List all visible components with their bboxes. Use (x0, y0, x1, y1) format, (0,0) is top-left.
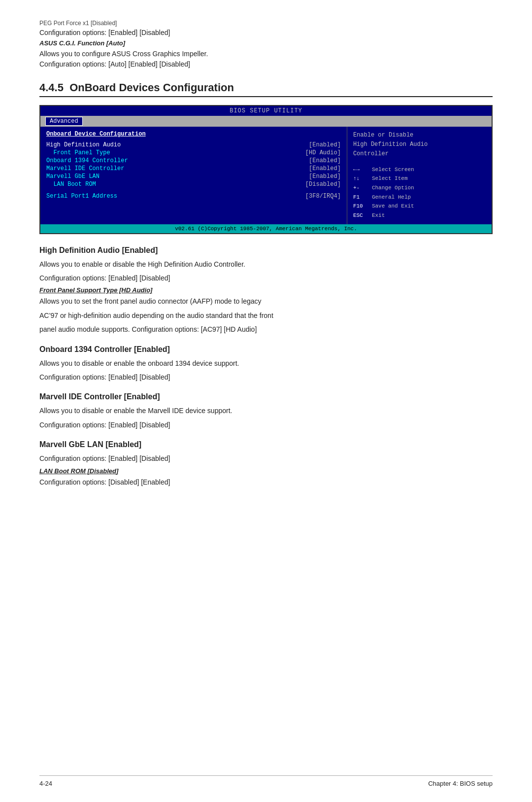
section-high-def-audio: High Definition Audio [Enabled] Allows y… (39, 246, 493, 335)
intro-small-text: PEG Port Force x1 [Disabled] (39, 20, 493, 27)
hda-detail3: panel audio module supports. Configurati… (39, 324, 493, 335)
intro-italic-heading: ASUS C.G.I. Function [Auto] (39, 39, 493, 47)
bios-label-change: Change Option (372, 183, 414, 193)
bios-label-gbe: Marvell GbE LAN (46, 173, 100, 180)
bios-label-1394: Onboard 1394 Controller (46, 157, 128, 164)
bios-key-help: F1 (353, 193, 368, 202)
section-marvell-gbe: Marvell GbE LAN [Enabled] Configuration … (39, 440, 493, 488)
bios-row-ide: Marvell IDE Controller [Enabled] (46, 165, 341, 172)
1394-heading: Onboard 1394 Controller [Enabled] (39, 345, 493, 354)
bios-title: BIOS SETUP UTILITY (230, 107, 302, 114)
ide-body2: Configuration options: [Enabled] [Disabl… (39, 419, 493, 430)
bios-help-line1: Enable or Disable (353, 131, 486, 140)
section-1394: Onboard 1394 Controller [Enabled] Allows… (39, 345, 493, 383)
bios-footer-text: v02.61 (C)Copyright 1985-2007, American … (175, 226, 357, 232)
bios-footer: v02.61 (C)Copyright 1985-2007, American … (40, 224, 492, 233)
bios-keybinds: ←→ Select Screen ↑↓ Select Item +- Chang… (353, 165, 486, 220)
bios-key-save: F10 (353, 202, 368, 211)
bios-screenshot: BIOS SETUP UTILITY Advanced Onboard Devi… (39, 105, 493, 234)
bios-row-gbe: Marvell GbE LAN [Enabled] (46, 173, 341, 180)
bios-label-hda: High Definition Audio (46, 141, 121, 148)
section-title: OnBoard Devices Configuration (69, 81, 234, 94)
page-container: PEG Port Force x1 [Disabled] Configurati… (0, 0, 532, 802)
bios-row-lanboot: LAN Boot ROM [Disabled] (46, 181, 341, 188)
bios-row-hda: High Definition Audio [Enabled] (46, 141, 341, 148)
bios-value-serial: [3F8/IRQ4] (305, 193, 341, 200)
section-heading: 4.4.5 OnBoard Devices Configuration (39, 81, 493, 97)
1394-body2: Configuration options: [Enabled] [Disabl… (39, 372, 493, 383)
bios-value-1394: [Enabled] (309, 157, 341, 164)
gbe-body1: Configuration options: [Enabled] [Disabl… (39, 453, 493, 464)
footer-chapter: Chapter 4: BIOS setup (428, 780, 493, 787)
bios-label-help: General Help (372, 193, 411, 202)
hda-body1: Allows you to enable or disable the High… (39, 259, 493, 270)
ide-heading: Marvell IDE Controller [Enabled] (39, 392, 493, 401)
bios-menu-advanced[interactable]: Advanced (45, 117, 83, 126)
bios-row-serial: Serial Port1 Address [3F8/IRQ4] (46, 193, 341, 200)
bios-value-ide: [Enabled] (309, 165, 341, 172)
page-footer: 4-24 Chapter 4: BIOS setup (39, 775, 493, 787)
intro-desc1: Allows you to configure ASUS Cross Graph… (39, 49, 493, 59)
section-number: 4.4.5 (39, 81, 64, 94)
bios-key-screen: ←→ (353, 165, 368, 174)
hda-italic-heading: Front Panel Support Type [HD Audio] (39, 286, 493, 294)
bios-menu-bar: Advanced (40, 116, 492, 127)
bios-value-gbe: [Enabled] (309, 173, 341, 180)
gbe-detail1: Configuration options: [Disabled] [Enabl… (39, 477, 493, 488)
bios-value-hda: [Enabled] (309, 141, 341, 148)
bios-keybind-exit: ESC Exit (353, 211, 486, 220)
footer-page-number: 4-24 (39, 780, 52, 787)
bios-content: Onboard Device Configuration High Defini… (40, 127, 492, 224)
bios-keybind-item: ↑↓ Select Item (353, 174, 486, 183)
bios-label-fpt: Front Panel Type (46, 149, 110, 156)
bios-title-bar: BIOS SETUP UTILITY (40, 106, 492, 116)
hda-detail2: AC’97 or high-definition audio depending… (39, 310, 493, 321)
bios-key-exit: ESC (353, 211, 368, 220)
bios-label-exit: Exit (372, 211, 385, 220)
bios-key-item: ↑↓ (353, 174, 368, 183)
1394-body1: Allows you to disable or enable the onbo… (39, 358, 493, 369)
bios-label-serial: Serial Port1 Address (46, 193, 117, 200)
bios-value-lanboot: [Disabled] (305, 181, 341, 188)
bios-label-item: Select Item (372, 174, 408, 183)
bios-keybind-screen: ←→ Select Screen (353, 165, 486, 174)
bios-keybind-help: F1 General Help (353, 193, 486, 202)
bios-help-line3: Controller (353, 149, 486, 159)
bios-left-panel: Onboard Device Configuration High Defini… (40, 127, 347, 224)
bios-label-screen: Select Screen (372, 165, 414, 174)
ide-body1: Allows you to disable or enable the Marv… (39, 405, 493, 416)
section-marvell-ide: Marvell IDE Controller [Enabled] Allows … (39, 392, 493, 430)
bios-label-ide: Marvell IDE Controller (46, 165, 124, 172)
hda-detail1: Allows you to set the front panel audio … (39, 296, 493, 307)
intro-section: PEG Port Force x1 [Disabled] Configurati… (39, 20, 493, 70)
bios-keybind-save: F10 Save and Exit (353, 202, 486, 211)
hda-heading: High Definition Audio [Enabled] (39, 246, 493, 255)
gbe-italic-heading: LAN Boot ROM [Disabled] (39, 467, 493, 475)
intro-config-line: Configuration options: [Enabled] [Disabl… (39, 29, 493, 36)
bios-keybind-change: +- Change Option (353, 183, 486, 193)
bios-left-heading: Onboard Device Configuration (46, 131, 341, 138)
bios-row-1394: Onboard 1394 Controller [Enabled] (46, 157, 341, 164)
bios-value-fpt: [HD Audio] (305, 149, 341, 156)
bios-row-fpt: Front Panel Type [HD Audio] (46, 149, 341, 156)
gbe-heading: Marvell GbE LAN [Enabled] (39, 440, 493, 449)
bios-label-save: Save and Exit (372, 202, 414, 211)
intro-desc2: Configuration options: [Auto] [Enabled] … (39, 59, 493, 70)
bios-label-lanboot: LAN Boot ROM (46, 181, 96, 188)
bios-key-change: +- (353, 183, 368, 193)
bios-right-panel: Enable or Disable High Definition Audio … (347, 127, 492, 224)
hda-body2: Configuration options: [Enabled] [Disabl… (39, 273, 493, 283)
bios-help-line2: High Definition Audio (353, 140, 486, 149)
